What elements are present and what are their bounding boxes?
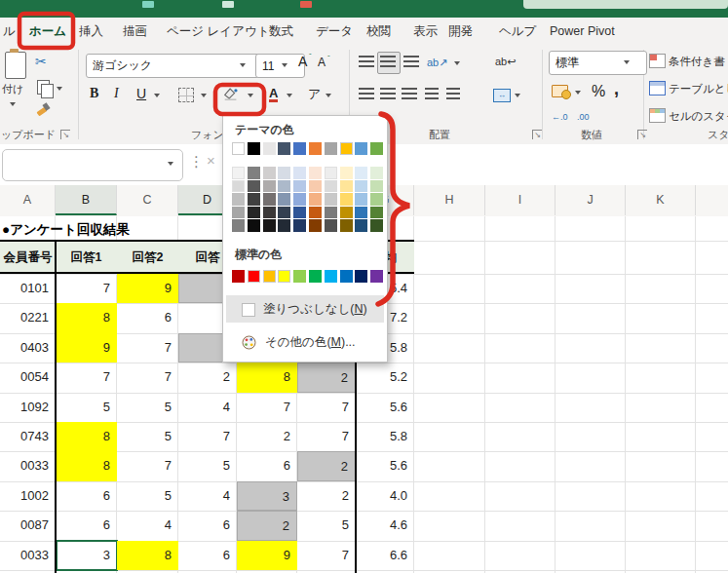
theme-tint-swatch[interactable] [325,167,337,179]
orientation-chevron[interactable] [454,61,460,68]
italic-button[interactable]: I [114,86,119,101]
theme-tint-swatch[interactable] [370,207,383,219]
decrease-decimal-icon[interactable]: .00 [577,112,590,122]
theme-tint-swatch[interactable] [232,207,245,219]
cell-member-id[interactable]: 0033 [0,541,56,570]
grid-cell[interactable]: 4 [117,511,178,540]
theme-tint-swatch[interactable] [370,167,383,179]
theme-tint-swatch[interactable] [278,219,290,232]
theme-color-swatch[interactable] [325,142,337,155]
conditional-formatting-button[interactable]: 条件付き書 [669,55,728,69]
theme-color-swatch[interactable] [263,142,276,155]
theme-tint-swatch[interactable] [370,219,383,232]
grid-cell[interactable]: 5 [178,451,237,480]
grid-cell[interactable]: 7 [117,451,178,480]
standard-color-swatch[interactable] [263,270,276,283]
theme-tint-swatch[interactable] [278,180,290,193]
grid-cell[interactable]: 6 [56,481,117,511]
cell-styles-button[interactable]: セルのスタイ [669,109,728,124]
grid-cell[interactable]: 5 [117,481,178,511]
theme-tint-swatch[interactable] [325,219,337,232]
grid-cell[interactable]: 6 [117,303,178,332]
theme-color-swatch[interactable] [278,142,290,155]
theme-tint-swatch[interactable] [340,193,353,206]
grid-cell[interactable]: 8 [56,303,117,332]
theme-color-swatch[interactable] [309,142,322,155]
grid-cell[interactable]: 5.6 [356,393,414,422]
grid-cell[interactable]: 5 [56,393,117,422]
grid-cell[interactable]: 8 [56,422,117,451]
standard-color-swatch[interactable] [370,270,383,283]
increase-indent-icon[interactable] [446,88,460,100]
align-top-icon[interactable] [359,56,374,68]
more-colors-menu-item[interactable]: その他の色(M)... [226,328,384,356]
grid-cell[interactable]: 4 [178,481,237,511]
column-header-C[interactable]: C [117,185,178,215]
align-center-icon[interactable] [380,88,396,100]
increase-decimal-icon[interactable]: ←.0 [552,112,568,122]
grid-cell[interactable]: 7 [56,274,117,303]
number-dialog-launcher-icon[interactable]: ↘ [637,130,647,139]
tab-view[interactable]: 表示 [413,18,438,46]
theme-tint-swatch[interactable] [248,193,260,206]
grid-cell[interactable]: 2 [297,481,356,511]
theme-tint-swatch[interactable] [325,180,337,193]
number-format-combo[interactable]: 標準 [549,51,647,75]
cut-icon[interactable]: ✂ [35,54,47,69]
theme-tint-swatch[interactable] [248,180,260,193]
column-header-K[interactable]: K [626,185,696,215]
grid-cell[interactable]: 7 [117,363,178,392]
phonetic-chevron[interactable] [326,94,331,100]
grid-cell[interactable]: 4 [178,393,237,422]
theme-tint-swatch[interactable] [355,219,367,232]
cell-member-id[interactable]: 1092 [0,393,56,422]
grid-cell[interactable]: 5.8 [356,422,414,451]
cell-member-id[interactable]: 0221 [0,303,56,332]
underline-chevron[interactable] [154,94,160,100]
clipboard-dialog-launcher-icon[interactable]: ↘ [60,130,70,139]
theme-tint-swatch[interactable] [340,219,353,232]
alignment-dialog-launcher-icon[interactable]: ↘ [532,130,542,139]
theme-tint-swatch[interactable] [340,180,353,193]
font-name-chevron[interactable] [240,63,246,70]
tab-insert[interactable]: 挿入 [79,18,103,46]
borders-chevron[interactable] [201,94,207,100]
theme-tint-swatch[interactable] [293,193,306,206]
grid-cell[interactable]: 2 [237,511,297,540]
grid-cell[interactable]: 6.6 [356,541,414,570]
grid-cell[interactable]: 2 [237,422,297,451]
font-color-button[interactable]: A [269,87,278,102]
theme-color-swatch[interactable] [340,142,353,155]
standard-color-swatch[interactable] [248,270,260,283]
grid-cell[interactable]: 7 [237,393,297,422]
standard-color-swatch[interactable] [340,270,353,283]
theme-tint-swatch[interactable] [293,167,306,179]
grid-cell[interactable]: 7 [56,363,117,392]
grid-cell[interactable]: 6 [178,541,237,570]
shrink-font-button[interactable]: A [318,56,326,69]
font-size-chevron[interactable] [282,63,287,70]
theme-tint-swatch[interactable] [278,207,290,219]
theme-tint-swatch[interactable] [340,207,353,219]
theme-tint-swatch[interactable] [263,167,276,179]
merge-center-chevron[interactable] [515,94,520,100]
theme-tint-swatch[interactable] [278,167,290,179]
grid-cell[interactable]: 9 [56,333,117,363]
underline-button[interactable]: U [136,86,146,101]
theme-tint-swatch[interactable] [248,219,260,232]
grid-cell[interactable]: 3 [237,481,297,511]
cell-member-id[interactable]: 0033 [0,451,56,480]
standard-color-swatch[interactable] [278,270,290,283]
accounting-format-icon[interactable] [552,85,568,97]
grid-cell[interactable]: 7 [297,541,356,570]
comma-style-button[interactable]: , [614,79,619,99]
theme-tint-swatch[interactable] [370,193,383,206]
tab-power-pivot[interactable]: Power Pivot [550,18,615,46]
cell-member-id[interactable]: 0403 [0,333,56,363]
theme-tint-swatch[interactable] [232,180,245,193]
standard-color-swatch[interactable] [325,270,337,283]
grid-cell[interactable]: 7 [297,393,356,422]
theme-color-swatch[interactable] [232,142,245,155]
theme-tint-swatch[interactable] [309,219,322,232]
theme-tint-swatch[interactable] [278,193,290,206]
